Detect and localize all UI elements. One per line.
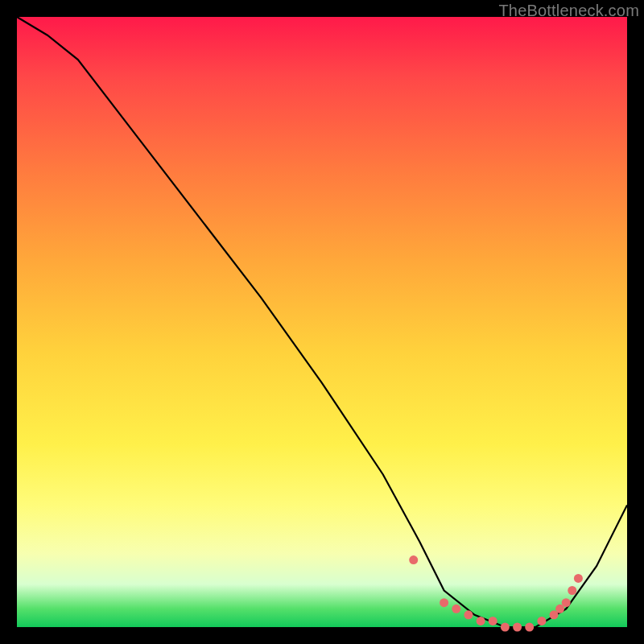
marker-dot <box>501 623 510 632</box>
marker-dot <box>574 574 583 583</box>
marker-dot <box>513 623 522 632</box>
marker-dot <box>440 598 448 607</box>
marker-dot <box>537 617 546 625</box>
marker-dot <box>489 617 497 625</box>
marker-dot <box>409 555 418 564</box>
watermark-text: TheBottleneck.com <box>498 2 639 20</box>
marker-dot <box>568 586 576 595</box>
marker-dot <box>562 598 571 607</box>
bottleneck-curve <box>17 17 627 627</box>
bottleneck-dots <box>409 555 583 631</box>
marker-dot <box>477 617 485 625</box>
marker-dot <box>452 605 460 613</box>
marker-dot <box>464 610 473 619</box>
marker-dot <box>525 623 534 632</box>
bottleneck-chart <box>17 17 627 627</box>
